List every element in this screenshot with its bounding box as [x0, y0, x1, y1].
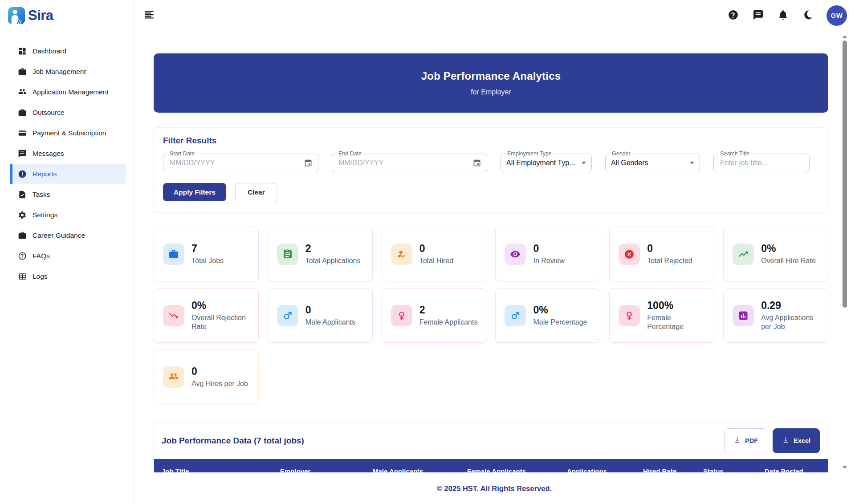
page-content: Job Performance Analytics for Employer F… [134, 31, 855, 472]
scrollbar-thumb[interactable] [843, 41, 847, 308]
sidebar-item-logs[interactable]: Logs [10, 266, 126, 287]
stat-label: Avg Applications per Job [761, 313, 821, 331]
banner: Job Performance Analytics for Employer [154, 53, 828, 113]
stat-text: 0 Avg Hires per Job [191, 366, 248, 388]
sidebar-item-dashboard[interactable]: Dashboard [10, 41, 126, 61]
table-column-header: Job Title [162, 467, 189, 472]
stat-text: 100% Female Percentage [647, 300, 707, 331]
table-header-row: Job TitleEmployerMale ApplicantsFemale A… [154, 459, 828, 472]
employment-type-select[interactable]: Employment Type All Employment Typ... [501, 154, 592, 172]
scrollbar-up-arrow[interactable] [843, 35, 847, 38]
download-excel-label: Excel [794, 437, 810, 444]
scrollbar[interactable] [841, 32, 849, 472]
clear-filters-button[interactable]: Clear [235, 183, 277, 201]
search-title-field[interactable]: Search Title [713, 154, 810, 172]
topbar-messages-button[interactable] [753, 9, 764, 22]
sidebar-item-career-guidance[interactable]: Career Guidance [10, 225, 126, 246]
sidebar-item-label: Tasks [33, 191, 50, 199]
sidebar-item-label: Messages [33, 150, 64, 158]
sidebar-item-job-management[interactable]: Job Management [10, 61, 126, 82]
female-icon [619, 305, 640, 326]
download-excel-button[interactable]: Excel [773, 428, 820, 453]
menu-icon [143, 9, 155, 22]
sidebar-item-application-management[interactable]: Application Management [10, 82, 126, 102]
sidebar-item-faqs-icon [18, 252, 27, 260]
main-scroll-area: Job Performance Analytics for Employer F… [134, 31, 855, 473]
calendar-icon[interactable] [304, 159, 313, 167]
bar-chart-icon [733, 305, 754, 326]
download-pdf-button[interactable]: PDF [724, 428, 767, 453]
start-date-label: Start Date [167, 150, 197, 157]
sidebar-item-settings[interactable]: Settings [10, 205, 126, 225]
sidebar-item-label: Payment & Subscription [33, 129, 106, 137]
topbar-actions [728, 9, 814, 22]
stat-text: 0% Overall Rejection Rate [191, 300, 251, 331]
end-date-field[interactable]: End Date [332, 154, 487, 172]
sidebar-item-label: FAQs [33, 252, 50, 260]
copyright-text: © 2025 HST. All Rights Reserved. [437, 484, 552, 493]
topbar-help-button[interactable] [728, 9, 739, 22]
stat-card-female-percentage: 100% Female Percentage [609, 288, 714, 343]
filter-panel: Filter Results Start Date End Date [154, 127, 828, 212]
stat-card-overall-rejection-rate: 0% Overall Rejection Rate [154, 288, 259, 343]
stat-text: 0% Overall Hire Rate [761, 243, 816, 265]
menu-toggle-button[interactable] [143, 9, 155, 22]
sidebar-item-outsource[interactable]: Outsource [10, 102, 126, 123]
sidebar-item-payment-subscription[interactable]: Payment & Subscription [10, 123, 126, 143]
stat-value: 0 [647, 243, 692, 254]
sidebar-item-reports-icon [18, 170, 27, 179]
sidebar-item-payment-subscription-icon [18, 129, 27, 138]
sidebar-item-reports[interactable]: Reports [10, 164, 126, 184]
avatar[interactable]: GW [826, 5, 847, 26]
stat-value: 100% [647, 300, 707, 311]
stat-card-total-applications: 2 Total Applications [268, 227, 373, 281]
download-icon [782, 436, 790, 445]
male-icon [277, 305, 298, 326]
gender-select[interactable]: Gender All Genders [605, 154, 700, 172]
sidebar-item-messages[interactable]: Messages [10, 143, 126, 164]
filter-buttons: Apply Filters Clear [163, 183, 817, 201]
stat-value: 0% [761, 243, 816, 254]
stat-label: Female Applicants [419, 318, 478, 327]
stat-value: 0 [305, 304, 355, 316]
sidebar: Sira Dashboard Job Management Applicatio… [0, 0, 134, 504]
sidebar-item-logs-icon [18, 272, 27, 281]
search-title-input[interactable] [719, 159, 804, 167]
topbar-notifications-button[interactable] [778, 9, 789, 22]
download-pdf-label: PDF [745, 437, 758, 444]
topbar-dark-mode-button[interactable] [802, 9, 814, 22]
stat-value: 0% [191, 300, 251, 311]
stat-card-avg-hires-per-job: 0 Avg Hires per Job [154, 350, 259, 404]
sidebar-item-tasks[interactable]: Tasks [10, 184, 126, 205]
chat-icon [753, 9, 764, 22]
employment-type-value: All Employment Typ... [506, 159, 578, 167]
group-icon [163, 366, 184, 388]
sidebar-item-label: Job Management [33, 68, 86, 76]
apply-filters-button[interactable]: Apply Filters [163, 183, 226, 201]
stat-value: 0% [533, 304, 587, 316]
stat-text: 0 Total Rejected [647, 243, 692, 265]
stat-value: 0.29 [761, 300, 821, 311]
scrollbar-down-arrow[interactable] [843, 466, 847, 469]
stat-text: 2 Female Applicants [419, 304, 478, 326]
search-title-label: Search Title [718, 150, 752, 157]
chevron-down-icon [582, 162, 586, 164]
sidebar-item-label: Reports [33, 170, 57, 178]
main-area: GW Job Performance Analytics for Employe… [134, 0, 855, 504]
brand-logo-icon [8, 7, 25, 24]
topbar: GW [134, 0, 855, 31]
table-column-header: Applications [567, 467, 607, 472]
start-date-input[interactable] [169, 159, 304, 167]
stat-text: 0 In Review [533, 243, 564, 265]
calendar-icon[interactable] [472, 159, 481, 167]
stat-label: Male Applicants [305, 318, 355, 327]
brand-logo[interactable]: Sira [0, 0, 133, 24]
stats-grid: 7 Total Jobs 2 Total Applications [154, 227, 828, 404]
start-date-field[interactable]: Start Date [163, 154, 318, 172]
sidebar-item-faqs[interactable]: FAQs [10, 246, 126, 266]
end-date-input[interactable] [338, 159, 472, 167]
stat-text: 0 Male Applicants [305, 304, 355, 326]
stat-card-overall-hire-rate: 0% Overall Hire Rate [723, 227, 828, 281]
trend-up-icon [733, 244, 754, 265]
employment-type-label: Employment Type [505, 150, 554, 157]
